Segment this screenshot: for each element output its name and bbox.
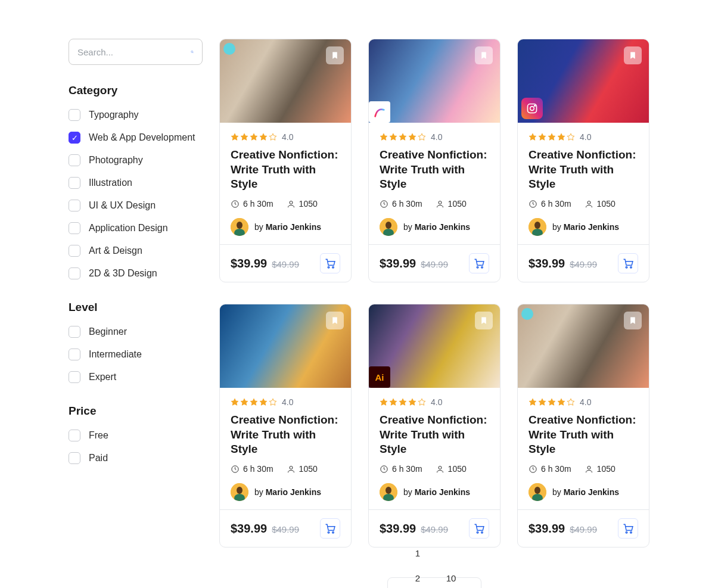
add-to-cart-button[interactable] (469, 253, 489, 273)
filter-item-price[interactable]: Paid (69, 452, 203, 464)
course-old-price: $49.99 (570, 259, 597, 269)
filter-item-category[interactable]: Art & Deisgn (69, 245, 203, 257)
filter-item-category[interactable]: Photography (69, 154, 203, 166)
star-icon (269, 133, 277, 141)
course-card[interactable]: 4.0Creative Nonfiction: Write Truth with… (219, 304, 352, 547)
svg-marker-42 (241, 399, 248, 405)
svg-marker-3 (241, 133, 248, 140)
filter-item-category[interactable]: Typography (69, 109, 203, 121)
course-card[interactable]: 4.0Creative Nonfiction: Write Truth with… (368, 39, 500, 282)
bookmark-button[interactable] (624, 312, 642, 329)
star-icon (567, 398, 575, 406)
add-to-cart-button[interactable] (618, 253, 638, 273)
svg-marker-31 (548, 133, 555, 140)
add-to-cart-button[interactable] (320, 253, 340, 273)
svg-point-13 (332, 266, 334, 268)
star-icon (548, 133, 556, 141)
filter-item-category[interactable]: Illustration (69, 177, 203, 189)
checkbox[interactable] (69, 326, 80, 338)
filter-item-level[interactable]: Intermediate (69, 349, 203, 360)
course-students: 1050 (585, 464, 615, 474)
course-card[interactable]: 4.0Creative Nonfiction: Write Truth with… (517, 304, 649, 547)
star-icon (240, 398, 248, 406)
course-duration: 6 h 30m (231, 199, 273, 209)
bookmark-button[interactable] (475, 312, 493, 329)
page-number[interactable]: 2 (409, 565, 426, 588)
clock-icon (380, 200, 388, 209)
page-number[interactable]: 10 (443, 565, 459, 588)
bookmark-button[interactable] (326, 46, 344, 64)
page-prev[interactable] (393, 578, 409, 588)
page-next[interactable] (459, 578, 476, 588)
course-duration: 6 h 30m (380, 464, 422, 474)
course-price: $39.99 (529, 257, 565, 270)
filter-item-category[interactable]: UI & UX Design (69, 200, 203, 211)
course-duration: 6 h 30m (231, 464, 273, 474)
checkbox[interactable] (69, 109, 80, 121)
checkbox[interactable] (69, 267, 80, 279)
star-icon (418, 133, 426, 141)
course-price: $39.99 (380, 257, 416, 270)
checkbox[interactable] (69, 222, 80, 234)
filter-item-level[interactable]: Expert (69, 371, 203, 383)
course-old-price: $49.99 (272, 259, 299, 269)
checkbox[interactable] (69, 200, 80, 211)
svg-marker-44 (260, 399, 267, 405)
svg-point-8 (290, 201, 293, 204)
course-author[interactable]: by Mario Jenkins (380, 483, 489, 501)
filter-item-price[interactable]: Free (69, 430, 203, 441)
cart-icon (622, 257, 634, 269)
checkbox[interactable] (69, 245, 80, 257)
bookmark-button[interactable] (326, 312, 344, 329)
filter-item-category[interactable]: ✓Web & App Development (69, 132, 203, 144)
page-number[interactable]: 1 (409, 540, 426, 565)
add-to-cart-button[interactable] (469, 518, 489, 539)
svg-marker-32 (558, 133, 565, 140)
course-author[interactable]: by Mario Jenkins (380, 218, 489, 236)
bookmark-button[interactable] (624, 46, 642, 64)
filter-item-category[interactable]: 2D & 3D Design (69, 267, 203, 279)
svg-marker-43 (250, 399, 257, 405)
filter-label: Beginner (89, 326, 127, 337)
filter-title-level: Level (69, 301, 203, 314)
filter-label: Illustration (89, 178, 132, 188)
course-author[interactable]: by Mario Jenkins (529, 483, 638, 501)
filter-item-category[interactable]: Application Design (69, 222, 203, 234)
svg-marker-65 (529, 399, 536, 405)
course-author[interactable]: by Mario Jenkins (529, 218, 638, 236)
course-thumbnail (220, 39, 351, 123)
svg-marker-54 (390, 399, 397, 405)
course-card[interactable]: 4.0Creative Nonfiction: Write Truth with… (219, 39, 352, 282)
checkbox[interactable] (69, 177, 80, 189)
bookmark-icon (480, 51, 488, 60)
cart-icon (473, 522, 485, 534)
svg-point-61 (386, 487, 391, 494)
svg-point-47 (290, 466, 293, 469)
svg-point-0 (191, 51, 193, 52)
svg-marker-18 (418, 133, 425, 140)
checkbox[interactable] (69, 349, 80, 360)
svg-marker-5 (260, 133, 267, 140)
bookmark-button[interactable] (475, 46, 493, 64)
add-to-cart-button[interactable] (618, 518, 638, 539)
checkbox[interactable] (69, 154, 80, 166)
course-author[interactable]: by Mario Jenkins (231, 483, 340, 501)
bookmark-icon (331, 316, 339, 325)
course-card[interactable]: Ai4.0Creative Nonfiction: Write Truth wi… (368, 304, 500, 547)
add-to-cart-button[interactable] (320, 518, 340, 539)
search-box[interactable] (69, 39, 203, 65)
checkbox[interactable]: ✓ (69, 132, 80, 144)
filter-group-category: Category Typography✓Web & App Developmen… (69, 84, 203, 279)
course-card[interactable]: 4.0Creative Nonfiction: Write Truth with… (517, 39, 649, 282)
course-author[interactable]: by Mario Jenkins (231, 218, 340, 236)
filter-item-level[interactable]: Beginner (69, 326, 203, 338)
checkbox[interactable] (69, 371, 80, 383)
checkbox[interactable] (69, 452, 80, 464)
star-icon (380, 398, 388, 406)
course-price: $39.99 (380, 522, 416, 536)
bookmark-icon (480, 316, 488, 325)
search-input[interactable] (77, 47, 191, 57)
pagination: 1234 … 1012 (387, 577, 481, 588)
course-title: Creative Nonfiction: Write Truth with St… (380, 148, 489, 192)
checkbox[interactable] (69, 430, 80, 441)
